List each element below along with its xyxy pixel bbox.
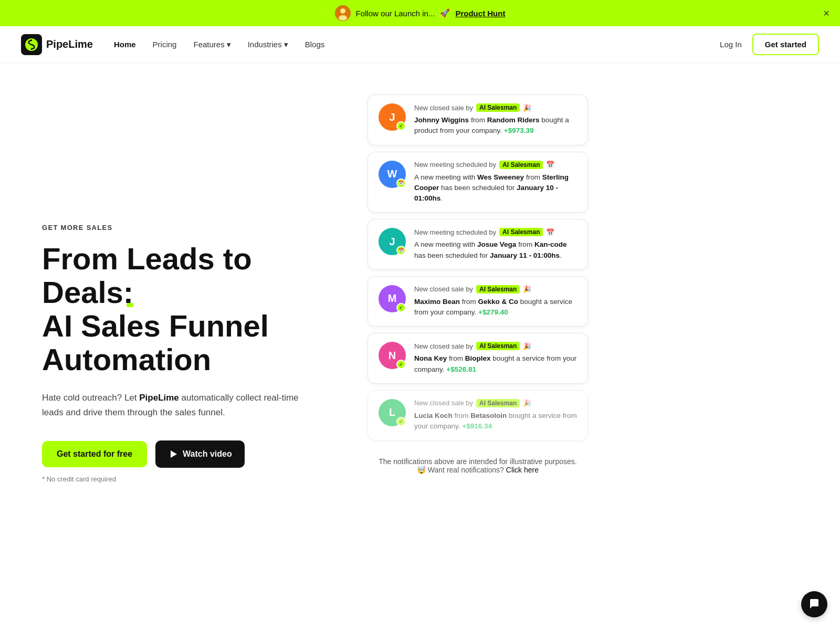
notification-text-4: Maximo Bean from Gekko & Co bought a ser… <box>414 297 577 318</box>
header-text-3: New meeting scheduled by <box>414 228 496 236</box>
notification-header-5: New closed sale by AI Salesman 🎉 <box>414 342 577 350</box>
navbar: PipeLime Home Pricing Features ▾ Industr… <box>0 26 840 63</box>
chat-button[interactable] <box>801 591 827 617</box>
hero-buttons: Get started for free Watch video <box>42 440 326 468</box>
footer-disclaimer: The notifications above are intended for… <box>368 457 588 466</box>
product-hunt-link[interactable]: Product Hunt <box>455 9 505 18</box>
hero-eyebrow: GET MORE SALES <box>42 224 326 232</box>
notification-header-2: New meeting scheduled by AI Salesman 📅 <box>414 161 577 169</box>
play-icon <box>168 449 178 459</box>
hero-section: GET MORE SALES From Leads to Deals: AI S… <box>0 63 357 630</box>
avatar-wrap-5: N ✓ <box>379 342 406 369</box>
notification-text-5: Nona Key from Bioplex bought a service f… <box>414 353 577 375</box>
notification-body-2: New meeting scheduled by AI Salesman 📅 A… <box>414 161 577 204</box>
login-button[interactable]: Log In <box>720 40 742 49</box>
notification-card-2: W 📅 New meeting scheduled by AI Salesman… <box>368 152 588 213</box>
notifications-footer: The notifications above are intended for… <box>368 447 588 479</box>
avatar-wrap-3: J 📅 <box>379 228 406 255</box>
nav-features[interactable]: Features ▾ <box>193 40 230 49</box>
logo-text: PipeLime <box>46 38 93 50</box>
ai-badge-2: AI Salesman <box>499 161 543 169</box>
avatar-badge-5: ✓ <box>396 360 406 369</box>
logo-icon <box>21 34 42 55</box>
click-here-link[interactable]: Click here <box>506 466 539 474</box>
industries-chevron-icon: ▾ <box>284 40 288 49</box>
notification-card-4: M ✓ New closed sale by AI Salesman 🎉 Max… <box>368 276 588 327</box>
notification-body-3: New meeting scheduled by AI Salesman 📅 A… <box>414 228 577 261</box>
notification-header-4: New closed sale by AI Salesman 🎉 <box>414 285 577 293</box>
main-content: GET MORE SALES From Leads to Deals: AI S… <box>0 63 840 630</box>
nav-right: Log In Get started <box>720 34 819 55</box>
footer-cta-text: 🤯 Want real notifications? <box>417 466 504 474</box>
notification-text-6: Lucia Koch from Betasoloin bought a serv… <box>414 411 577 432</box>
header-emoji-6: 🎉 <box>523 399 531 407</box>
hero-description: Hate cold outreach? Let PipeLime automat… <box>42 391 315 419</box>
notification-body-6: New closed sale by AI Salesman 🎉 Lucia K… <box>414 399 577 432</box>
footer-cta: 🤯 Want real notifications? Click here <box>368 466 588 474</box>
nav-pricing[interactable]: Pricing <box>153 40 177 49</box>
avatar-badge-3: 📅 <box>396 246 406 255</box>
notification-text-1: Johnny Wiggins from Random Riders bought… <box>414 115 577 136</box>
hero-title-part2: AI Sales Funnel Automation <box>42 309 269 376</box>
notification-card-3: J 📅 New meeting scheduled by AI Salesman… <box>368 219 588 270</box>
nav-home[interactable]: Home <box>114 40 136 49</box>
ai-badge-4: AI Salesman <box>476 285 520 293</box>
svg-point-1 <box>340 8 345 14</box>
svg-point-2 <box>339 15 347 20</box>
header-text-1: New closed sale by <box>414 104 473 112</box>
watch-video-label: Watch video <box>183 449 232 459</box>
notification-header-3: New meeting scheduled by AI Salesman 📅 <box>414 228 577 236</box>
no-credit-card-text: * No credit card required <box>42 475 326 483</box>
notifications-section: J ✓ New closed sale by AI Salesman 🎉 Joh… <box>357 63 609 630</box>
ai-badge-1: AI Salesman <box>476 103 520 112</box>
avatar-badge-6: ✓ <box>396 417 406 426</box>
banner-content: Follow our Launch in... 🚀 Product Hunt <box>335 5 506 21</box>
nav-industries[interactable]: Industries ▾ <box>248 40 288 49</box>
hero-title-part1: From <box>42 242 127 276</box>
features-chevron-icon: ▾ <box>227 40 231 49</box>
notification-body-5: New closed sale by AI Salesman 🎉 Nona Ke… <box>414 342 577 375</box>
get-started-free-button[interactable]: Get started for free <box>42 441 147 467</box>
nav-left: PipeLime Home Pricing Features ▾ Industr… <box>21 34 324 55</box>
notification-card-6: L ✓ New closed sale by AI Salesman 🎉 Luc… <box>368 390 588 441</box>
banner-close-button[interactable]: × <box>823 7 830 19</box>
top-banner: Follow our Launch in... 🚀 Product Hunt × <box>0 0 840 26</box>
ai-badge-3: AI Salesman <box>499 228 543 236</box>
banner-text: Follow our Launch in... <box>356 9 435 18</box>
svg-marker-6 <box>171 450 177 458</box>
header-emoji-1: 🎉 <box>523 104 531 112</box>
header-emoji-2: 📅 <box>546 161 554 169</box>
notification-body-1: New closed sale by AI Salesman 🎉 Johnny … <box>414 103 577 136</box>
header-text-2: New meeting scheduled by <box>414 161 496 169</box>
notification-text-3: A new meeting with Josue Vega from Kan-c… <box>414 239 577 261</box>
avatar-wrap-1: J ✓ <box>379 103 406 131</box>
avatar-wrap-4: M ✓ <box>379 285 406 312</box>
ai-badge-6: AI Salesman <box>476 399 520 407</box>
avatar-badge-2: 📅 <box>396 178 406 188</box>
avatar-wrap-2: W 📅 <box>379 161 406 188</box>
ai-badge-5: AI Salesman <box>476 342 520 350</box>
nav-blogs[interactable]: Blogs <box>305 40 325 49</box>
header-emoji-3: 📅 <box>546 228 554 236</box>
header-text-5: New closed sale by <box>414 342 473 350</box>
notification-header-6: New closed sale by AI Salesman 🎉 <box>414 399 577 407</box>
header-emoji-5: 🎉 <box>523 342 531 350</box>
brand-name: PipeLime <box>139 393 179 403</box>
notification-card-5: N ✓ New closed sale by AI Salesman 🎉 Non… <box>368 333 588 384</box>
banner-avatar <box>335 5 351 21</box>
avatar-wrap-6: L ✓ <box>379 399 406 426</box>
avatar-badge-1: ✓ <box>396 121 406 131</box>
notification-header-1: New closed sale by AI Salesman 🎉 <box>414 103 577 112</box>
header-emoji-4: 🎉 <box>523 285 531 293</box>
avatar-badge-4: ✓ <box>396 303 406 312</box>
logo[interactable]: PipeLime <box>21 34 93 55</box>
get-started-nav-button[interactable]: Get started <box>752 34 819 55</box>
nav-links: Home Pricing Features ▾ Industries ▾ Blo… <box>114 40 324 49</box>
hero-title: From Leads to Deals: AI Sales Funnel Aut… <box>42 242 326 376</box>
notification-body-4: New closed sale by AI Salesman 🎉 Maximo … <box>414 285 577 318</box>
banner-emoji: 🚀 <box>440 8 450 18</box>
notification-text-2: A new meeting with Wes Sweeney from Ster… <box>414 172 577 204</box>
header-text-4: New closed sale by <box>414 285 473 293</box>
watch-video-button[interactable]: Watch video <box>155 440 245 468</box>
notification-card-1: J ✓ New closed sale by AI Salesman 🎉 Joh… <box>368 94 588 145</box>
